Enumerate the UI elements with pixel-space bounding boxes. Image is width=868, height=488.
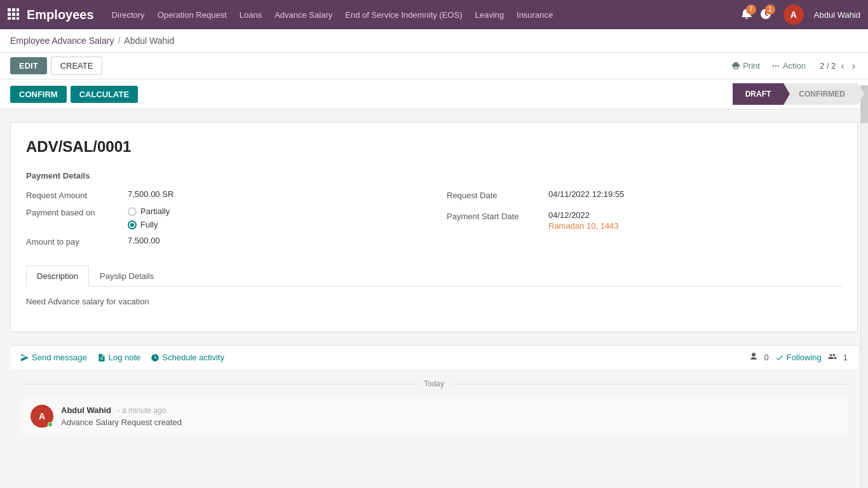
- nav-link-loans[interactable]: Loans: [234, 8, 267, 22]
- svg-rect-5: [17, 13, 19, 16]
- scrollbar-track[interactable]: [860, 85, 868, 488]
- amount-to-pay-value: 7,500.00: [128, 236, 160, 245]
- request-date-label: Request Date: [447, 189, 548, 200]
- svg-rect-1: [12, 8, 15, 11]
- followers-count: 0: [764, 353, 769, 362]
- svg-rect-6: [8, 17, 11, 20]
- members-count: 1: [843, 353, 848, 362]
- today-divider: Today: [20, 379, 848, 388]
- payment-details-label: Payment Details: [26, 171, 842, 180]
- action-button[interactable]: Action: [771, 61, 806, 71]
- form-columns: Request Amount 7,500.00 SR Payment based…: [26, 189, 842, 253]
- next-arrow[interactable]: ›: [850, 59, 858, 73]
- status-step-confirmed[interactable]: CONFIRMED: [783, 83, 858, 105]
- followers-icon: [749, 352, 758, 363]
- print-button[interactable]: Print: [731, 61, 760, 71]
- svg-rect-0: [8, 8, 11, 11]
- page-wrapper: Employees Directory Operation Request Lo…: [0, 0, 868, 488]
- nav-link-advance-salary[interactable]: Advance Salary: [269, 8, 337, 22]
- chatter-bar: Send message Log note Schedule activity …: [10, 345, 858, 369]
- radio-circle-partially: [128, 207, 137, 216]
- app-brand: Employees: [27, 8, 94, 22]
- request-date-value: 04/11/2022 12:19:55: [548, 189, 624, 199]
- log-note-button[interactable]: Log note: [97, 353, 141, 362]
- svg-point-9: [775, 65, 776, 66]
- breadcrumb-parent[interactable]: Employee Advance Salary: [10, 36, 114, 46]
- svg-rect-3: [8, 13, 11, 16]
- confirm-button[interactable]: CONFIRM: [10, 86, 67, 103]
- updates-icon[interactable]: 1: [759, 8, 772, 22]
- divider-line-left: [20, 384, 416, 384]
- nav-link-eos[interactable]: End of Service Indemnity (EOS): [340, 8, 467, 22]
- breadcrumb-current: Abdul Wahid: [124, 36, 174, 46]
- payment-start-date-label: Payment Start Date: [447, 210, 548, 221]
- request-amount-label: Request Amount: [26, 189, 128, 200]
- svg-rect-4: [12, 13, 15, 16]
- tab-payslip[interactable]: Payslip Details: [89, 266, 165, 287]
- radio-partially-label: Partially: [140, 207, 170, 216]
- pagination: 2 / 2 ‹ ›: [820, 59, 858, 73]
- user-avatar: A: [783, 4, 804, 25]
- following-label: Following: [787, 353, 822, 362]
- breadcrumb: Employee Advance Salary / Abdul Wahid: [0, 29, 868, 53]
- chatter-followers: 0 Following 1: [749, 352, 848, 363]
- notifications-icon[interactable]: 7: [740, 8, 753, 22]
- notification-badge: 7: [746, 4, 756, 15]
- status-pipeline: DRAFT CONFIRMED: [733, 83, 858, 105]
- tab-bar: Description Payslip Details: [26, 266, 842, 287]
- prev-arrow[interactable]: ‹: [838, 59, 846, 73]
- tab-description[interactable]: Description: [26, 266, 89, 287]
- divider-line-right: [452, 384, 848, 384]
- form-card: ADV/SAL/0001 Payment Details Request Amo…: [10, 122, 858, 332]
- nav-link-directory[interactable]: Directory: [107, 8, 150, 22]
- amount-to-pay-label: Amount to pay: [26, 236, 128, 247]
- record-id: ADV/SAL/0001: [26, 138, 842, 156]
- message-content: Abdul Wahid - a minute ago Advance Salar…: [61, 405, 837, 428]
- grid-icon[interactable]: [8, 8, 19, 22]
- create-button[interactable]: CREATE: [51, 57, 103, 75]
- today-label: Today: [424, 379, 444, 388]
- payment-start-date-values: 04/12/2022 Ramadan 10, 1443: [548, 210, 619, 231]
- radio-partially[interactable]: Partially: [128, 207, 170, 216]
- nav-link-operation-request[interactable]: Operation Request: [153, 8, 232, 22]
- following-button[interactable]: Following: [775, 353, 822, 362]
- amount-to-pay-row: Amount to pay 7,500.00: [26, 236, 421, 247]
- request-amount-value: 7,500.00 SR: [128, 189, 173, 199]
- calculate-button[interactable]: CALCULATE: [71, 86, 138, 103]
- action-bar: EDIT CREATE Print Action 2 / 2 ‹ ›: [0, 53, 868, 79]
- edit-button[interactable]: EDIT: [10, 57, 47, 74]
- message-time: - a minute ago: [118, 406, 166, 415]
- schedule-activity-button[interactable]: Schedule activity: [151, 353, 224, 362]
- send-message-button[interactable]: Send message: [20, 353, 87, 362]
- tab-description-content: Need Advance salary for vacation: [26, 287, 842, 316]
- message-text: Advance Salary Request created: [61, 417, 837, 427]
- topnav: Employees Directory Operation Request Lo…: [0, 0, 868, 29]
- svg-point-11: [778, 65, 779, 66]
- message-avatar: A: [31, 405, 53, 428]
- user-name[interactable]: Abdul Wahid: [814, 10, 860, 20]
- svg-point-10: [773, 65, 774, 66]
- members-icon: [828, 352, 837, 363]
- form-right-col: Request Date 04/11/2022 12:19:55 Payment…: [447, 189, 842, 253]
- status-step-draft[interactable]: DRAFT: [733, 83, 784, 105]
- nav-link-leaving[interactable]: Leaving: [470, 8, 509, 22]
- updates-badge: 1: [765, 4, 775, 15]
- radio-fully-label: Fully: [140, 220, 158, 229]
- message-item: A Abdul Wahid - a minute ago Advance Sal…: [20, 398, 848, 434]
- description-text: Need Advance salary for vacation: [26, 297, 149, 306]
- payment-start-date-row: Payment Start Date 04/12/2022 Ramadan 10…: [447, 210, 842, 231]
- svg-rect-2: [17, 8, 19, 11]
- payment-start-date-hijri: Ramadan 10, 1443: [548, 221, 619, 231]
- main-content: ADV/SAL/0001 Payment Details Request Amo…: [0, 109, 868, 484]
- breadcrumb-separator: /: [118, 36, 120, 46]
- nav-link-insurance[interactable]: Insurance: [512, 8, 558, 22]
- pagination-text: 2 / 2: [820, 61, 836, 71]
- form-left-col: Request Amount 7,500.00 SR Payment based…: [26, 189, 421, 253]
- online-indicator: [48, 422, 53, 427]
- radio-group: Partially Fully: [128, 207, 170, 229]
- payment-based-on-label: Payment based on: [26, 207, 128, 217]
- svg-rect-8: [17, 17, 19, 20]
- radio-fully[interactable]: Fully: [128, 220, 170, 229]
- request-amount-row: Request Amount 7,500.00 SR: [26, 189, 421, 200]
- svg-rect-7: [12, 17, 15, 20]
